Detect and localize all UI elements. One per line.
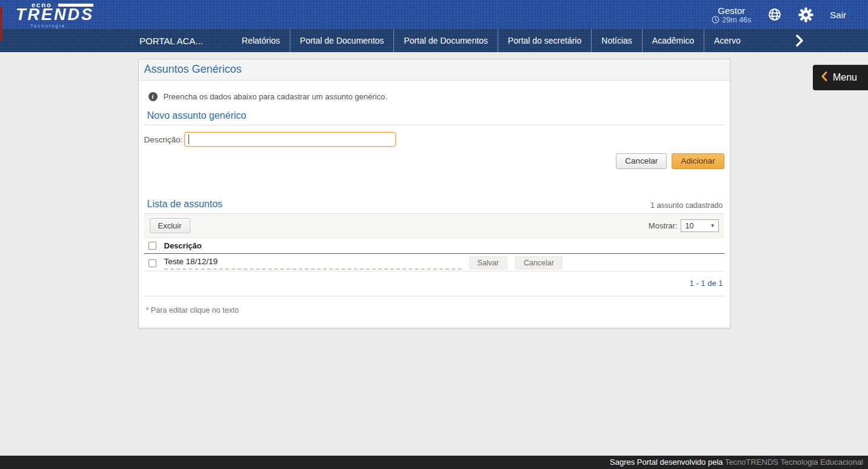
record-count: 1 assunto cadastrado	[650, 201, 724, 210]
session-timer: 29m 46s	[722, 16, 751, 24]
chevron-right-icon[interactable]	[795, 29, 804, 52]
info-icon: i	[149, 92, 158, 101]
edit-hint-footnote: * Para editar clique no texto	[144, 296, 724, 319]
list-toolbar: Excluir Mostrar: 10 ▼	[144, 214, 724, 238]
assuntos-genericos-panel: Assuntos Genéricos i Preencha os dados a…	[138, 59, 730, 328]
table-row: Teste 18/12/19 Salvar Cancelar	[144, 254, 724, 271]
panel-header: Assuntos Genéricos	[139, 59, 730, 81]
nav-item-portal-documentos-2[interactable]: Portal de Documentos	[393, 29, 498, 52]
logout-link[interactable]: Sair	[830, 10, 846, 20]
nav-item-academico[interactable]: Acadêmico	[642, 29, 704, 52]
select-all-checkbox[interactable]	[149, 242, 156, 250]
form-buttons: Cancelar Adicionar	[144, 147, 724, 169]
app-logo[interactable]: ecno TRENDS Tecnologia Educacional	[13, 1, 104, 28]
footer-brand-link[interactable]: TecnoTRENDS Tecnologia Educacional	[725, 457, 863, 467]
info-text: Preencha os dados abaixo para cadastrar …	[164, 92, 387, 101]
pagination: 1 - 1 de 1	[144, 271, 724, 296]
nav-item-relatorios[interactable]: Relatórios	[232, 29, 290, 52]
column-header-descricao: Descrição	[164, 241, 202, 250]
cancel-button[interactable]: Cancelar	[616, 153, 667, 169]
panel-body: i Preencha os dados abaixo para cadastra…	[139, 81, 730, 328]
footer-bar: Sagres Portal desenvolvido pela TecnoTRE…	[0, 456, 868, 469]
nav-item-noticias[interactable]: Notícias	[591, 29, 642, 52]
nav-item-acervo[interactable]: Acervo	[704, 29, 750, 52]
globe-icon[interactable]	[767, 7, 782, 22]
nav-items: Relatórios Portal de Documentos Portal d…	[232, 29, 750, 52]
description-label: Descrição:	[144, 135, 184, 144]
row-description-editable[interactable]: Teste 18/12/19	[164, 257, 461, 270]
list-section-title: Lista de assuntos	[147, 199, 223, 210]
chevron-left-icon	[821, 72, 827, 84]
nav-item-portal-secretario[interactable]: Portal do secretário	[498, 29, 591, 52]
navbar: PORTAL ACA... Relatórios Portal de Docum…	[0, 29, 868, 52]
description-form-row: Descrição:	[144, 125, 724, 147]
dropdown-arrow-icon: ▼	[710, 223, 715, 228]
section-title: Novo assunto genérico	[147, 110, 247, 121]
menu-toggle-button[interactable]: Menu	[813, 65, 868, 90]
add-button[interactable]: Adicionar	[672, 153, 724, 169]
pagination-text[interactable]: 1 - 1 de 1	[690, 279, 723, 288]
left-edge-tab[interactable]	[0, 6, 2, 41]
new-subject-section-heading: Novo assunto genérico	[144, 101, 724, 125]
show-label: Mostrar:	[649, 221, 678, 230]
delete-button[interactable]: Excluir	[150, 218, 190, 233]
portal-title[interactable]: PORTAL ACA...	[139, 29, 203, 52]
description-input[interactable]	[184, 132, 396, 147]
topbar: ecno TRENDS Tecnologia Educacional Gesto…	[0, 0, 868, 29]
gear-icon[interactable]	[798, 7, 813, 22]
show-count-select[interactable]: 10 ▼	[681, 219, 719, 232]
user-session[interactable]: Gestor 29m 46s	[712, 5, 751, 24]
nav-item-portal-documentos-1[interactable]: Portal de Documentos	[290, 29, 394, 52]
info-message: i Preencha os dados abaixo para cadastra…	[144, 81, 724, 101]
subject-list-section-heading: Lista de assuntos 1 assunto cadastrado	[144, 190, 724, 214]
show-count-value: 10	[686, 222, 694, 230]
user-name: Gestor	[712, 5, 751, 16]
text-caret	[189, 135, 189, 144]
topbar-right: Gestor 29m 46s	[712, 5, 868, 24]
page-title: Assuntos Genéricos	[144, 63, 242, 75]
row-save-button[interactable]: Salvar	[469, 256, 507, 270]
table-header-row: Descrição	[144, 238, 724, 254]
footer-text: Sagres Portal desenvolvido pela	[610, 457, 725, 467]
row-cancel-button[interactable]: Cancelar	[515, 256, 563, 270]
clock-icon	[712, 16, 719, 24]
menu-tab-label: Menu	[833, 72, 857, 83]
row-checkbox[interactable]	[149, 259, 156, 267]
logo-main-text: TRENDS	[16, 5, 94, 24]
